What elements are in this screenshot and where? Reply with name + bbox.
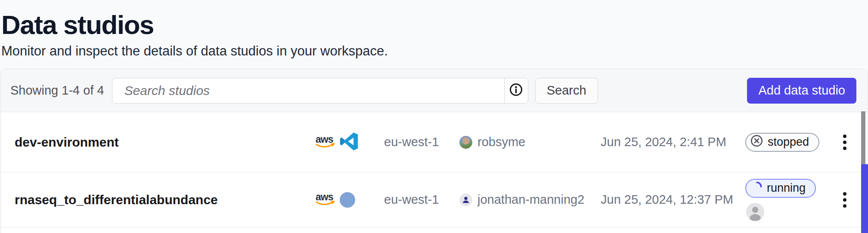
status-spinner-icon [751,181,763,195]
aws-icon: aws [315,192,336,208]
user-name: robsyme [477,135,525,149]
kebab-dot [843,198,846,202]
user-name: jonathan-manning2 [477,193,584,207]
studio-name: rnaseq_to_differentialabundance [1,193,315,207]
status-cell: running [745,179,838,221]
kebab-menu-button[interactable] [840,131,850,153]
info-icon [509,83,523,98]
search-input[interactable] [112,78,504,103]
scrollbar-thumb-blue[interactable] [861,164,868,233]
aws-icon: aws [315,135,336,150]
status-badge: running [745,179,816,198]
status-cell: stopped [745,133,838,152]
session-avatar [746,203,764,221]
created-date: Jun 25, 2024, 12:37 PM [601,193,745,207]
search-button[interactable]: Search [535,78,598,104]
page-title: Data studios [1,11,868,38]
kebab-menu-button[interactable] [840,189,850,211]
status-badge: stopped [745,133,819,152]
table-row[interactable]: dev-environment aws eu-west-1 rob [1,112,868,172]
provider-icons: aws [315,132,384,153]
scrollbar-thumb-gray[interactable] [861,111,865,164]
r-icon [340,192,355,208]
kebab-dot [843,135,846,138]
provider-icons: aws [315,192,384,208]
svg-text:aws: aws [316,192,333,202]
status-label: running [767,181,806,195]
kebab-dot [843,204,846,208]
studio-name: dev-environment [1,135,315,150]
user-cell: robsyme [459,135,601,149]
showing-count: Showing 1-4 of 4 [10,83,104,98]
status-label: stopped [768,135,809,149]
studios-panel: Showing 1-4 of 4 Search Add data studio … [0,69,868,233]
kebab-dot [843,141,846,144]
region-label: eu-west-1 [384,193,459,207]
add-data-studio-button[interactable]: Add data studio [747,78,856,104]
studio-rows: dev-environment aws eu-west-1 rob [1,112,868,227]
user-avatar-icon [459,193,472,206]
user-cell: jonathan-manning2 [459,193,601,207]
toolbar: Showing 1-4 of 4 Search Add data studio [1,69,868,112]
table-row[interactable]: rnaseq_to_differentialabundance aws eu-w… [1,172,868,227]
page-subtitle: Monitor and inspect the details of data … [1,43,868,59]
vscode-icon [340,132,359,153]
kebab-dot [843,192,846,196]
status-stopped-icon [750,134,763,150]
region-label: eu-west-1 [384,135,459,149]
search-group [112,78,528,104]
search-info-button[interactable] [504,78,528,103]
created-date: Jun 25, 2024, 2:41 PM [601,135,745,149]
svg-text:aws: aws [316,135,333,145]
page-header: Data studios Monitor and inspect the det… [0,0,868,59]
user-avatar [459,136,472,149]
kebab-dot [843,147,846,150]
